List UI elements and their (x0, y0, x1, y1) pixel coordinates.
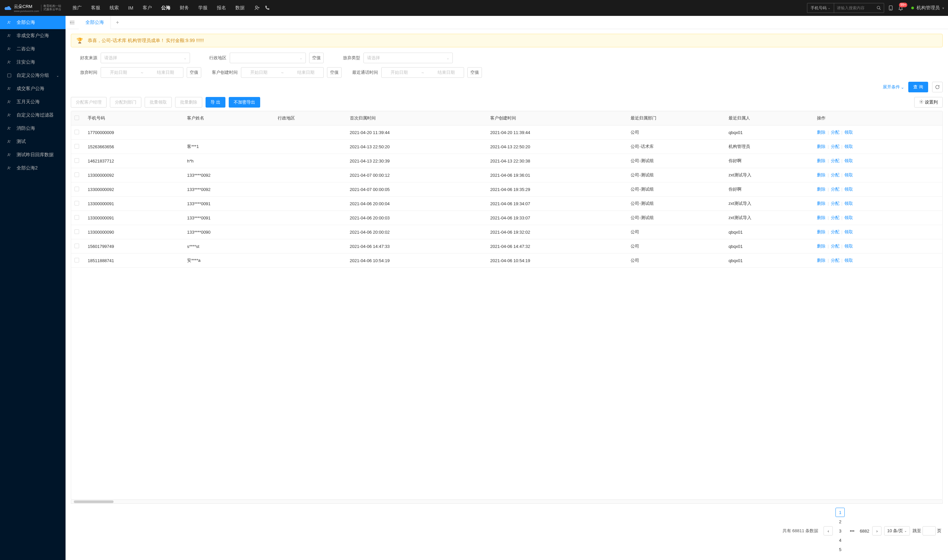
admin-region-select[interactable]: ⌄ (230, 52, 306, 63)
delete-link[interactable]: 删除 (817, 258, 825, 263)
tab-all-sea[interactable]: 全部公海 (79, 16, 111, 29)
user-menu[interactable]: 机构管理员 ▾ (907, 5, 944, 11)
row-checkbox[interactable] (74, 187, 79, 191)
page-jump-input[interactable] (922, 526, 936, 535)
set-columns-button[interactable]: 设置列 (914, 97, 943, 108)
nav-item[interactable]: 学服 (194, 0, 212, 16)
row-checkbox[interactable] (74, 172, 79, 177)
assign-link[interactable]: 分配 (831, 144, 839, 149)
page-number-button[interactable]: 3 (836, 526, 845, 535)
assign-link[interactable]: 分配 (831, 258, 839, 263)
horizontal-scrollbar[interactable] (71, 500, 943, 504)
row-checkbox[interactable] (74, 158, 79, 163)
nav-item[interactable]: 客户 (138, 0, 157, 16)
claim-link[interactable]: 领取 (844, 144, 853, 149)
nav-item[interactable]: 财务 (175, 0, 194, 16)
row-checkbox[interactable] (74, 144, 79, 149)
row-checkbox[interactable] (74, 201, 79, 206)
sidebar-item[interactable]: 自定义公海过滤器 (0, 109, 66, 122)
row-checkbox[interactable] (74, 244, 79, 248)
create-time-range[interactable]: 开始日期~结束日期 (241, 67, 324, 78)
abandon-type-select[interactable]: 请选择⌄ (363, 52, 453, 63)
nav-item[interactable]: 客服 (86, 0, 105, 16)
sidebar-item[interactable]: 测试 (0, 135, 66, 148)
claim-link[interactable]: 领取 (844, 244, 853, 249)
delete-link[interactable]: 删除 (817, 187, 825, 192)
abandon-time-range[interactable]: 开始日期~结束日期 (101, 67, 183, 78)
assign-link[interactable]: 分配 (831, 229, 839, 234)
page-number-button[interactable]: 2 (836, 517, 845, 526)
assign-link[interactable]: 分配 (831, 201, 839, 206)
assign-link[interactable]: 分配 (831, 172, 839, 177)
assign-manager-button[interactable]: 分配客户经理 (71, 97, 106, 108)
batch-claim-button[interactable]: 批量领取 (145, 97, 172, 108)
assign-link[interactable]: 分配 (831, 187, 839, 192)
select-all-checkbox[interactable] (74, 115, 79, 120)
search-button[interactable]: 查 询 (908, 82, 928, 92)
delete-link[interactable]: 删除 (817, 158, 825, 163)
notifications-button[interactable]: 99+ (897, 5, 904, 11)
assign-link[interactable]: 分配 (831, 244, 839, 249)
assign-link[interactable]: 分配 (831, 215, 839, 220)
call-time-empty-button[interactable]: 空值 (467, 67, 482, 78)
nav-item[interactable]: 报名 (212, 0, 231, 16)
claim-link[interactable]: 领取 (844, 229, 853, 234)
phone-icon[interactable] (264, 5, 271, 11)
sidebar-item[interactable]: 消防公海 (0, 122, 66, 135)
page-number-button[interactable]: 1 (836, 508, 845, 517)
refresh-button[interactable] (932, 82, 943, 92)
row-checkbox[interactable] (74, 258, 79, 263)
nav-item[interactable]: IM (123, 0, 138, 16)
call-time-range[interactable]: 开始日期~结束日期 (381, 67, 464, 78)
row-checkbox[interactable] (74, 215, 79, 220)
assign-link[interactable]: 分配 (831, 130, 839, 135)
page-next-button[interactable]: › (872, 526, 882, 535)
sidebar-item[interactable]: 全部公海 (0, 16, 66, 29)
nav-item[interactable]: 数据 (231, 0, 249, 16)
abandon-time-empty-button[interactable]: 空值 (187, 67, 201, 78)
delete-link[interactable]: 删除 (817, 201, 825, 206)
page-number-button[interactable]: 4 (836, 535, 845, 545)
page-last-button[interactable]: 6882 (859, 526, 870, 535)
delete-link[interactable]: 删除 (817, 229, 825, 234)
delete-link[interactable]: 删除 (817, 215, 825, 220)
friend-source-select[interactable]: 请选择⌄ (101, 52, 190, 63)
delete-link[interactable]: 删除 (817, 130, 825, 135)
claim-link[interactable]: 领取 (844, 187, 853, 192)
add-user-icon[interactable] (254, 5, 260, 11)
claim-link[interactable]: 领取 (844, 258, 853, 263)
export-button[interactable]: 导 出 (206, 97, 225, 108)
row-checkbox[interactable] (74, 229, 79, 234)
sidebar-item[interactable]: 五月天公海 (0, 95, 66, 109)
expand-filters-button[interactable]: 展开条件⌄ (883, 84, 904, 90)
page-prev-button[interactable]: ‹ (823, 526, 833, 535)
logo[interactable]: 云朵CRM www.yunduocrm.com 教育机构一站 式服务云平台 (4, 4, 61, 12)
delete-link[interactable]: 删除 (817, 172, 825, 177)
nav-item[interactable]: 推广 (68, 0, 86, 16)
sidebar-item[interactable]: 二咨公海 (0, 42, 66, 55)
claim-link[interactable]: 领取 (844, 130, 853, 135)
export-plain-button[interactable]: 不加密导出 (229, 97, 260, 108)
sidebar-item[interactable]: 测试昨日回库数据 (0, 148, 66, 162)
assign-dept-button[interactable]: 分配到部门 (110, 97, 142, 108)
claim-link[interactable]: 领取 (844, 201, 853, 206)
sidebar-item[interactable]: 非成交客户公海 (0, 29, 66, 42)
page-size-select[interactable]: 10 条/页⌄ (884, 526, 910, 535)
claim-link[interactable]: 领取 (844, 172, 853, 177)
tabs-collapse-icon[interactable] (66, 20, 79, 25)
admin-region-empty-button[interactable]: 空值 (309, 52, 324, 63)
row-checkbox[interactable] (74, 130, 79, 134)
scrollbar-thumb[interactable] (74, 500, 114, 503)
assign-link[interactable]: 分配 (831, 158, 839, 163)
delete-link[interactable]: 删除 (817, 144, 825, 149)
claim-link[interactable]: 领取 (844, 215, 853, 220)
search-type-select[interactable]: 手机号码 ⌄ (807, 3, 834, 12)
tablet-icon[interactable] (887, 5, 894, 11)
sidebar-item[interactable]: 注安公海 (0, 55, 66, 69)
batch-delete-button[interactable]: 批量删除 (175, 97, 202, 108)
nav-item[interactable]: 公海 (157, 0, 175, 16)
delete-link[interactable]: 删除 (817, 244, 825, 249)
sidebar-item[interactable]: 成交客户公海 (0, 82, 66, 95)
claim-link[interactable]: 领取 (844, 158, 853, 163)
sidebar-item[interactable]: 全部公海2 (0, 162, 66, 175)
